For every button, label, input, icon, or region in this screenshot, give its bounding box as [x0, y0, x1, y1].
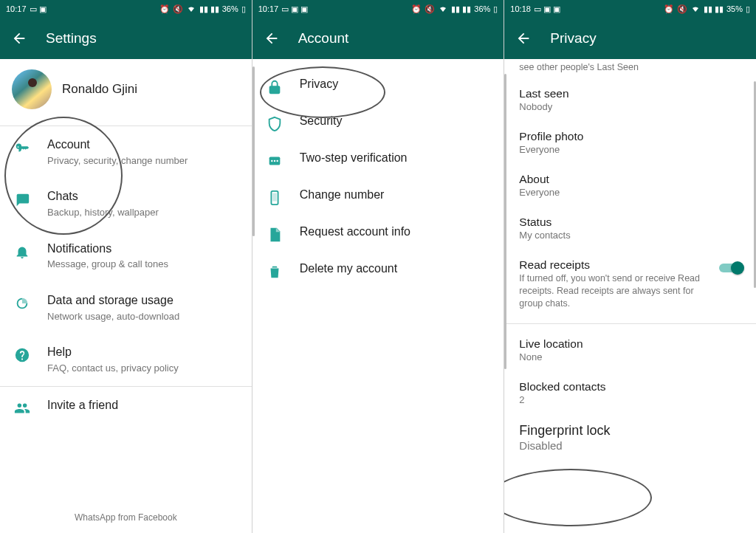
battery-icon: ▯: [241, 4, 246, 14]
app-bar: Privacy: [504, 18, 756, 59]
row-title: Status: [519, 216, 741, 229]
settings-item-data[interactable]: Data and storage usage Network usage, au…: [0, 282, 252, 334]
wifi-icon: [438, 4, 448, 13]
signal-icon: ▮▮ ▮▮: [199, 4, 219, 14]
account-item-twostep[interactable]: Two-step verification: [252, 142, 504, 179]
row-sub: Message, group & call tones: [47, 258, 238, 271]
row-sub: Backup, history, wallpaper: [47, 206, 238, 219]
privacy-item-livelocation[interactable]: Live location None: [504, 329, 756, 371]
account-item-requestinfo[interactable]: Request account info: [252, 216, 504, 252]
account-item-changenumber[interactable]: Change number: [252, 179, 504, 216]
row-title: Account: [47, 137, 238, 153]
toggle-thumb: [731, 261, 744, 275]
row-sub: Network usage, auto-download: [47, 310, 238, 323]
privacy-item-blocked[interactable]: Blocked contacts 2: [504, 371, 756, 414]
account-item-delete[interactable]: Delete my account: [252, 252, 504, 289]
settings-item-account[interactable]: Account Privacy, security, change number: [0, 126, 252, 178]
doc-icon: [266, 226, 284, 244]
row-sub: 2: [519, 394, 741, 405]
clock: 10:18: [510, 4, 531, 13]
row-title: Live location: [519, 337, 741, 351]
phone-icon: [266, 189, 284, 207]
privacy-item-profilephoto[interactable]: Profile photo Everyone: [504, 121, 756, 164]
row-title: Last seen: [519, 87, 741, 100]
privacy-item-about[interactable]: About Everyone: [504, 164, 756, 207]
status-bar: 10:18 ▭ ▣ ▣ ⏰ 🔇 ▮▮ ▮▮ 35% ▯: [504, 0, 756, 18]
page-title: Privacy: [550, 30, 596, 47]
row-sub: Nobody: [519, 101, 741, 112]
row-title: Read receipts: [519, 258, 709, 272]
avatar: [12, 69, 52, 109]
account-item-security[interactable]: Security: [252, 105, 504, 142]
help-icon: [13, 346, 31, 364]
signal-icon: ▮▮ ▮▮: [704, 4, 724, 14]
profile-row[interactable]: Ronaldo Gjini: [0, 59, 252, 125]
row-title: Invite a friend: [47, 398, 238, 413]
back-arrow-icon: [11, 30, 27, 47]
notif-icons: ▭ ▣: [30, 4, 47, 14]
row-sub: Privacy, security, change number: [47, 154, 238, 168]
section-note-top: see other people's Last Seen: [504, 59, 756, 78]
battery-text: 35%: [726, 4, 743, 13]
row-sub: None: [519, 351, 741, 362]
row-title: Profile photo: [519, 130, 741, 143]
row-title: Fingerprint lock: [519, 423, 741, 439]
app-bar: Account: [252, 18, 504, 59]
privacy-item-lastseen[interactable]: Last seen Nobody: [504, 78, 756, 121]
row-title: Notifications: [47, 241, 238, 257]
back-arrow-icon: [264, 30, 280, 47]
bell-icon: [13, 243, 31, 261]
people-icon: [13, 399, 31, 417]
back-button[interactable]: [10, 30, 28, 47]
row-title: Blocked contacts: [519, 380, 741, 393]
chat-icon: [13, 190, 31, 208]
row-sub: Everyone: [519, 187, 741, 198]
wifi-icon: [186, 4, 196, 13]
key-icon: [13, 139, 31, 157]
row-title: Request account info: [300, 224, 491, 240]
shield-icon: [266, 115, 284, 133]
back-button[interactable]: [515, 30, 532, 47]
twostep-icon: [266, 152, 284, 170]
settings-item-notifications[interactable]: Notifications Message, group & call tone…: [0, 230, 252, 282]
status-bar: 10:17 ▭ ▣ ⏰ 🔇 ▮▮ ▮▮ 36% ▯: [0, 0, 252, 18]
settings-item-help[interactable]: Help FAQ, contact us, privacy policy: [0, 334, 252, 385]
row-title: Help: [47, 345, 238, 360]
row-sub: Everyone: [519, 144, 741, 155]
privacy-item-fingerprint[interactable]: Fingerprint lock Disabled: [504, 414, 756, 461]
settings-item-chats[interactable]: Chats Backup, history, wallpaper: [0, 178, 252, 230]
mute-icon: 🔇: [173, 4, 183, 14]
wifi-icon: [690, 4, 701, 13]
alarm-icon: ⏰: [159, 4, 170, 14]
row-title: Change number: [300, 188, 491, 203]
row-title: Chats: [47, 189, 238, 204]
row-sub: My contacts: [519, 230, 741, 241]
account-item-privacy[interactable]: Privacy: [252, 68, 504, 105]
trash-icon: [266, 263, 284, 281]
clock: 10:17: [258, 4, 279, 13]
footer: WhatsApp from Facebook: [0, 512, 252, 523]
privacy-item-readreceipts[interactable]: Read receipts If turned off, you won't s…: [504, 250, 756, 319]
scrollbar-hint-left: [504, 74, 506, 369]
screen-account: 10:17 ▭ ▣ ▣ ⏰ 🔇 ▮▮ ▮▮ 36% ▯ Account Priv…: [252, 0, 504, 533]
row-title: About: [519, 173, 741, 186]
row-sub: If turned off, you won't send or receive…: [519, 272, 709, 310]
row-sub: Disabled: [519, 439, 741, 452]
battery-text: 36%: [222, 4, 238, 13]
row-title: Privacy: [300, 77, 491, 92]
row-sub: FAQ, contact us, privacy policy: [47, 362, 238, 375]
row-title: Security: [300, 114, 491, 129]
screen-privacy: 10:18 ▭ ▣ ▣ ⏰ 🔇 ▮▮ ▮▮ 35% ▯ Privacy see …: [504, 0, 756, 533]
alarm-icon: ⏰: [411, 4, 422, 14]
notif-icons: ▭ ▣ ▣: [281, 4, 308, 14]
page-title: Account: [298, 30, 349, 47]
back-button[interactable]: [263, 30, 281, 47]
mute-icon: 🔇: [425, 4, 435, 14]
row-title: Two-step verification: [300, 151, 491, 166]
read-receipts-toggle[interactable]: [719, 261, 744, 275]
lock-icon: [266, 78, 284, 96]
privacy-item-status[interactable]: Status My contacts: [504, 207, 756, 250]
data-icon: [13, 295, 31, 312]
settings-item-invite[interactable]: Invite a friend: [0, 387, 252, 428]
signal-icon: ▮▮ ▮▮: [451, 4, 471, 14]
